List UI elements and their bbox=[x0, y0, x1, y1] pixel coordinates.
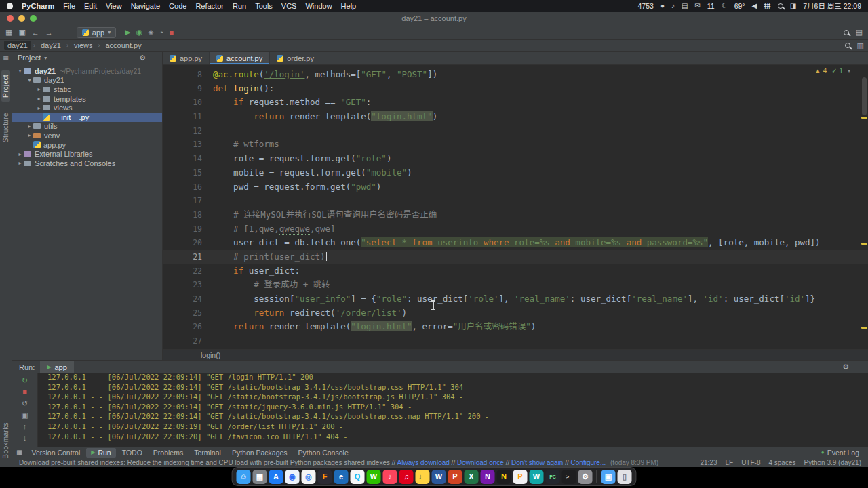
warning-stripe-mark[interactable] bbox=[861, 243, 867, 245]
pin-icon[interactable]: ▣ bbox=[21, 410, 28, 420]
tool-strip-label-project[interactable]: Project bbox=[1, 70, 10, 102]
apple-menu-icon[interactable] bbox=[7, 3, 13, 9]
code-line-16[interactable]: 16 pwd = request.form.get("pwd") bbox=[163, 180, 868, 195]
chevron-icon[interactable]: ▸ bbox=[16, 160, 24, 166]
tool-strip-icon[interactable]: ▦ bbox=[3, 54, 9, 61]
status-link-configure-[interactable]: Configure... bbox=[571, 459, 606, 466]
chevron-icon[interactable]: ▾ bbox=[16, 68, 24, 74]
console-line[interactable]: 127.0.0.1 - - [06/Jul/2022 22:09:14] "GE… bbox=[47, 411, 868, 422]
menu-file[interactable]: File bbox=[63, 2, 75, 10]
status-link-download-once[interactable]: Download once bbox=[457, 459, 504, 466]
tool-strip-label-structure[interactable]: Structure bbox=[2, 113, 9, 142]
datetime-widget[interactable]: 7月6日 周三 22:09 bbox=[803, 1, 861, 11]
rerun-icon[interactable]: ↻ bbox=[22, 375, 28, 386]
view-options-icon[interactable]: ▥ bbox=[857, 41, 864, 50]
tree-item-static[interactable]: ▸static bbox=[12, 85, 162, 94]
dock-icon-firefox[interactable]: F bbox=[318, 470, 332, 484]
dock-icon-excel[interactable]: X bbox=[465, 470, 479, 484]
menu-vcs[interactable]: VCS bbox=[281, 2, 297, 10]
tool-strip-label-bookmarks[interactable]: Bookmarks bbox=[2, 422, 9, 459]
console-line[interactable]: 127.0.0.1 - - [06/Jul/2022 22:09:19] "GE… bbox=[47, 422, 868, 432]
breadcrumb-item-day21[interactable]: day21 bbox=[37, 41, 64, 49]
status-link-always-download[interactable]: Always download bbox=[397, 459, 450, 466]
menu-run[interactable]: Run bbox=[233, 2, 246, 10]
code-line-23[interactable]: 23 # 登录成功 + 跳转 bbox=[163, 278, 868, 292]
code-line-25[interactable]: 25 return redirect('/order/list') bbox=[163, 306, 868, 321]
status-link-don-t-show-again[interactable]: Don't show again bbox=[511, 459, 563, 466]
console-line[interactable]: 127.0.0.1 - - [06/Jul/2022 22:09:14] "GE… bbox=[47, 402, 868, 412]
toolwindow-button-terminal[interactable]: Terminal bbox=[189, 448, 226, 458]
display-icon[interactable]: ▤ bbox=[682, 2, 688, 9]
menu-tools[interactable]: Tools bbox=[255, 2, 273, 10]
settings-icon[interactable]: ⚙ bbox=[842, 363, 849, 371]
ide-settings-icon[interactable]: ▤ bbox=[856, 28, 863, 37]
tree-item-day21[interactable]: ▾day21~/PycharmProjects/day21 bbox=[12, 66, 162, 76]
mail-icon[interactable]: ✉ bbox=[694, 2, 700, 9]
do-not-disturb-icon[interactable]: ☾ bbox=[722, 2, 728, 9]
back-icon[interactable]: ← bbox=[32, 28, 39, 37]
inspections-widget[interactable]: ▲ 4 ✓ 1 ▾ bbox=[814, 67, 850, 75]
code-line-18[interactable]: 18 # 连接MySQL并执行SQL语句查询用户名密码是否正确 bbox=[163, 208, 868, 222]
tab-order-py[interactable]: order.py bbox=[270, 52, 321, 64]
menu-navigate[interactable]: Navigate bbox=[131, 2, 160, 10]
menu-view[interactable]: View bbox=[106, 2, 122, 10]
dock-icon-apple-music[interactable]: ♪ bbox=[383, 470, 397, 484]
hide-panel-icon[interactable]: ─ bbox=[151, 54, 157, 62]
stop-icon[interactable]: ■ bbox=[22, 387, 27, 397]
code-line-26[interactable]: 26 return render_template("login.html", … bbox=[163, 320, 868, 334]
dock-icon-launchpad[interactable]: ▦ bbox=[253, 470, 267, 484]
dock-icon-powerpoint[interactable]: P bbox=[448, 470, 462, 484]
toolwindow-button-run[interactable]: ▶Run bbox=[86, 448, 115, 458]
chevron-icon[interactable]: ▸ bbox=[26, 123, 33, 129]
save-all-icon[interactable]: ▣ bbox=[18, 28, 25, 37]
search-everywhere-icon[interactable] bbox=[844, 30, 849, 35]
settings-icon[interactable]: ⚙ bbox=[139, 54, 146, 62]
dock-icon-safari[interactable]: ◉ bbox=[285, 470, 300, 484]
toolwindow-button-python-packages[interactable]: Python Packages bbox=[227, 448, 292, 458]
run-console[interactable]: 127.0.0.1 - - [06/Jul/2022 22:09:14] "GE… bbox=[38, 373, 868, 447]
code-line-19[interactable]: 19 # [1,qwe,qweqwe,qwe] bbox=[163, 222, 868, 237]
menu-help[interactable]: Help bbox=[341, 2, 357, 10]
code-editor[interactable]: 8@ac.route('/login', methods=["GET", "PO… bbox=[163, 65, 868, 349]
menu-refactor[interactable]: Refactor bbox=[195, 2, 224, 10]
run-tab-app[interactable]: ▶ app bbox=[40, 361, 74, 373]
close-window-button[interactable] bbox=[7, 15, 14, 22]
profiler-icon[interactable]: ◔ bbox=[159, 28, 164, 37]
forward-icon[interactable]: → bbox=[45, 28, 53, 37]
breadcrumb-item-day21[interactable]: day21 bbox=[4, 41, 31, 50]
menu-edit[interactable]: Edit bbox=[84, 2, 97, 10]
breadcrumb-item-views[interactable]: views bbox=[71, 41, 96, 49]
tree-item-views[interactable]: ▸views bbox=[12, 103, 162, 113]
tree-item-venv[interactable]: ▸venv bbox=[12, 131, 162, 140]
count-widget[interactable]: 11 bbox=[707, 2, 715, 10]
tab-app-py[interactable]: app.py bbox=[163, 52, 210, 64]
tab-account-py[interactable]: account.py bbox=[210, 52, 270, 64]
dock-icon-word[interactable]: W bbox=[432, 470, 446, 484]
menubar-app-name[interactable]: PyCharm bbox=[22, 2, 54, 10]
dock-icon-wps[interactable]: W bbox=[530, 470, 544, 484]
chevron-icon[interactable]: ▸ bbox=[26, 132, 33, 138]
scope-breadcrumb[interactable]: login() bbox=[201, 351, 220, 359]
console-line[interactable]: 127.0.0.1 - - [06/Jul/2022 22:09:14] "GE… bbox=[47, 373, 868, 382]
dock-icon-qq-music[interactable]: ♩ bbox=[416, 470, 430, 484]
restart-icon[interactable]: ↺ bbox=[22, 399, 28, 409]
code-line-15[interactable]: 15 mobile = request.form.get("mobile") bbox=[163, 166, 868, 180]
run-configuration-selector[interactable]: app ▾ bbox=[77, 27, 116, 38]
chevron-icon[interactable]: ▸ bbox=[35, 105, 43, 111]
code-line-13[interactable]: 13 # wtforms bbox=[163, 138, 868, 152]
tree-item-app-py[interactable]: app.py bbox=[12, 140, 162, 150]
dock-icon-app-store[interactable]: A bbox=[269, 470, 283, 484]
console-line[interactable]: 127.0.0.1 - - [06/Jul/2022 22:09:20] "GE… bbox=[47, 432, 868, 442]
toolwindow-button-problems[interactable]: Problems bbox=[149, 448, 188, 458]
code-line-24[interactable]: 24 session["user_info"] = {"role": user_… bbox=[163, 292, 868, 306]
tool-windows-icon[interactable]: ▦ bbox=[5, 28, 12, 37]
editor-scrollbar[interactable] bbox=[862, 77, 867, 115]
code-line-22[interactable]: 22 if user_dict: bbox=[163, 264, 868, 279]
dock-icon-qq[interactable]: Q bbox=[351, 470, 365, 484]
toolwindow-button-version-control[interactable]: Version Control bbox=[26, 448, 85, 458]
minimize-window-button[interactable] bbox=[18, 15, 25, 22]
temperature-widget[interactable]: 69° bbox=[734, 2, 745, 10]
find-in-path-icon[interactable] bbox=[845, 43, 850, 48]
warning-stripe-mark[interactable] bbox=[861, 117, 867, 119]
code-line-9[interactable]: 9def login(): bbox=[163, 82, 868, 96]
